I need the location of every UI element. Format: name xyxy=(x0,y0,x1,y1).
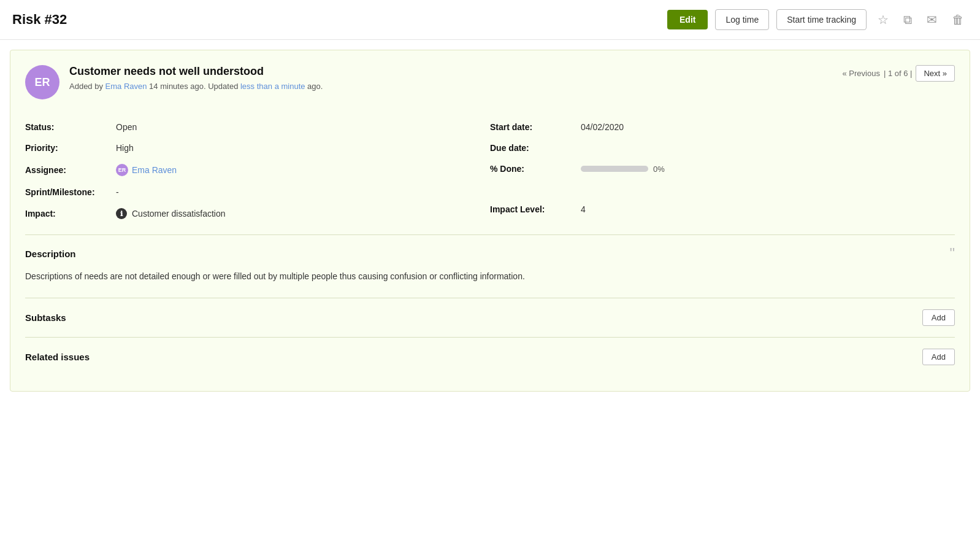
email-icon[interactable]: ✉ xyxy=(923,9,941,31)
info-header: ER Customer needs not well understood Ad… xyxy=(25,65,955,99)
related-issues-title: Related issues xyxy=(25,352,90,362)
progress-wrap: 0% xyxy=(581,164,665,174)
page-wrapper: Risk #32 Edit Log time Start time tracki… xyxy=(0,0,980,534)
status-value: Open xyxy=(116,122,137,132)
related-issues-row: Related issues Add xyxy=(25,337,955,376)
assignee-value[interactable]: ER Ema Raven xyxy=(116,164,177,176)
star-icon[interactable]: ☆ xyxy=(874,9,892,31)
next-button[interactable]: Next » xyxy=(916,65,955,82)
page-title: Risk #32 xyxy=(12,12,660,28)
start-date-label: Start date: xyxy=(490,122,576,132)
assignee-avatar: ER xyxy=(116,164,128,176)
assignee-label: Assignee: xyxy=(25,165,111,175)
impact-level-value: 4 xyxy=(581,204,586,214)
description-body: Descriptions of needs are not detailed e… xyxy=(25,269,955,283)
priority-row: Priority: High xyxy=(25,137,490,158)
previous-text: « Previous xyxy=(842,69,879,78)
info-main: Customer needs not well understood Added… xyxy=(69,65,842,91)
edit-button[interactable]: Edit xyxy=(667,10,708,29)
sprint-row: Sprint/Milestone: - xyxy=(25,182,490,203)
progress-bar-bg xyxy=(581,166,648,172)
content-area: ER Customer needs not well understood Ad… xyxy=(10,50,970,392)
subtasks-row: Subtasks Add xyxy=(25,298,955,337)
description-section: Description " Descriptions of needs are … xyxy=(25,245,955,283)
pagination: « Previous | 1 of 6 | Next » xyxy=(842,65,955,82)
impact-label: Impact: xyxy=(25,209,111,219)
impact-value: Customer dissatisfaction xyxy=(132,209,226,219)
meta-ago2: ago. xyxy=(305,82,323,91)
percent-done-row: % Done: 0% xyxy=(490,158,955,179)
issue-title: Customer needs not well understood xyxy=(69,65,842,78)
impact-info-icon: ℹ xyxy=(116,208,127,219)
fields-right: Start date: 04/02/2020 Due date: % Done:… xyxy=(490,117,955,225)
divider-1 xyxy=(25,234,955,235)
log-time-button[interactable]: Log time xyxy=(715,9,769,30)
fields-left: Status: Open Priority: High Assignee: ER… xyxy=(25,117,490,225)
description-title: Description xyxy=(25,249,76,259)
priority-label: Priority: xyxy=(25,143,111,153)
meta-added-by: Added by xyxy=(69,82,105,91)
status-label: Status: xyxy=(25,122,111,132)
description-header: Description " xyxy=(25,245,955,262)
status-row: Status: Open xyxy=(25,117,490,137)
sprint-label: Sprint/Milestone: xyxy=(25,187,111,197)
meta-author-link[interactable]: Ema Raven xyxy=(105,82,147,91)
meta-added-time: 14 minutes xyxy=(149,82,188,91)
fields-grid: Status: Open Priority: High Assignee: ER… xyxy=(25,117,955,225)
quote-icon: " xyxy=(949,245,955,262)
copy-icon[interactable]: ⧉ xyxy=(900,9,916,31)
header: Risk #32 Edit Log time Start time tracki… xyxy=(0,0,980,40)
avatar: ER xyxy=(25,65,59,99)
percent-done-label: % Done: xyxy=(490,164,576,174)
meta-updated-link[interactable]: less than a minute xyxy=(240,82,305,91)
start-date-value: 04/02/2020 xyxy=(581,122,624,132)
issue-meta: Added by Ema Raven 14 minutes ago. Updat… xyxy=(69,82,842,91)
impact-level-row: Impact Level: 4 xyxy=(490,199,955,220)
subtasks-add-button[interactable]: Add xyxy=(922,309,955,326)
start-date-row: Start date: 04/02/2020 xyxy=(490,117,955,137)
assignee-name: Ema Raven xyxy=(132,165,177,175)
assignee-row: Assignee: ER Ema Raven xyxy=(25,158,490,182)
subtasks-title: Subtasks xyxy=(25,312,66,323)
impact-row: Impact: ℹ Customer dissatisfaction xyxy=(25,203,490,225)
related-issues-add-button[interactable]: Add xyxy=(922,349,955,365)
page-separator: | 1 of 6 | xyxy=(884,69,913,78)
sprint-value: - xyxy=(116,187,119,197)
impact-level-label: Impact Level: xyxy=(490,204,576,214)
delete-icon[interactable]: 🗑 xyxy=(948,9,968,31)
due-date-row: Due date: xyxy=(490,137,955,158)
priority-value: High xyxy=(116,143,134,153)
start-time-tracking-button[interactable]: Start time tracking xyxy=(776,9,867,30)
progress-pct: 0% xyxy=(653,164,665,174)
due-date-label: Due date: xyxy=(490,143,576,153)
meta-ago: ago. Updated xyxy=(188,82,240,91)
